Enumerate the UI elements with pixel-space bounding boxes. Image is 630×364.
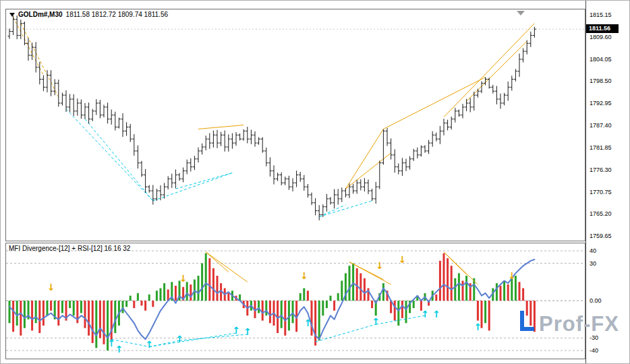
sell-arrow-icon: ↓: [399, 254, 407, 265]
indicator-name-label: MFI Divergence-[12] + RSI-[12] 16 16 32: [9, 245, 130, 252]
price-axis-label: 1798.50: [590, 78, 612, 84]
price-axis-label: 1815.15: [590, 11, 612, 18]
indicator-axis-label: 0.00: [590, 297, 602, 304]
buy-arrow-icon: ↑: [145, 339, 153, 350]
buy-arrow-icon: ↑: [175, 334, 183, 344]
buy-arrow-icon: ↑: [304, 317, 312, 328]
buy-arrow-icon: ↑: [432, 309, 440, 320]
chart-shift-marker-icon[interactable]: [517, 11, 525, 16]
price-axis-label: 1792.95: [590, 100, 612, 107]
current-price-badge: 1811.56: [586, 24, 619, 33]
buy-arrow-icon: ↑: [244, 326, 252, 337]
price-axis-label: 1765.20: [590, 210, 612, 217]
sell-arrow-icon: ↓: [47, 282, 55, 293]
chart-header: GOLDm#,M30 1811.58 1812.72 1809.74 1811.…: [9, 11, 168, 18]
prof-fx-logo-icon: [520, 311, 534, 331]
price-axis-label: 1787.40: [590, 122, 612, 129]
buy-arrow-icon: ↑: [107, 338, 115, 348]
price-axis-label: 1809.60: [590, 34, 612, 40]
watermark-text: Prof-FX: [539, 313, 619, 334]
indicator-axis-label: -40: [590, 347, 598, 354]
price-axis-label: 1804.05: [590, 56, 612, 63]
indicator-axis-label: 40: [590, 247, 596, 254]
sell-arrow-icon: ↓: [508, 270, 516, 281]
price-axis-label: 1770.75: [590, 189, 612, 195]
buy-arrow-icon: ↑: [115, 344, 123, 355]
buy-arrow-icon: ↑: [232, 325, 240, 336]
price-axis[interactable]: 1815.151809.601804.051798.501792.951787.…: [585, 1, 630, 363]
ohlc-values: 1811.58 1812.72 1809.74 1811.56: [66, 11, 168, 18]
price-chart-canvas[interactable]: [6, 9, 585, 241]
price-axis-label: 1776.30: [590, 166, 612, 173]
buy-arrow-icon: ↑: [372, 316, 380, 327]
price-bars: [8, 16, 536, 220]
divergence-lines: [13, 18, 535, 217]
indicator-canvas[interactable]: ↓↓↓↓↓↓↑↑↑↑↑↑↑↑↑↑↑: [6, 243, 585, 359]
price-axis-label: 1781.85: [590, 144, 612, 151]
price-axis-label: 1759.65: [590, 233, 612, 239]
indicator-pane[interactable]: ↓↓↓↓↓↓↑↑↑↑↑↑↑↑↑↑↑ MFI Divergence-[12] + …: [5, 243, 585, 359]
price-chart-pane[interactable]: GOLDm#,M30 1811.58 1812.72 1809.74 1811.…: [5, 9, 585, 241]
sell-arrow-icon: ↓: [300, 270, 308, 281]
symbol-period: GOLDm#,M30: [18, 11, 63, 18]
sell-arrow-icon: ↓: [376, 260, 384, 271]
mfi-histogram: [9, 253, 536, 351]
symbol-marker-icon: [9, 13, 15, 17]
sell-arrow-icon: ↓: [179, 273, 188, 284]
chart-window: GOLDm#,M30 1811.58 1812.72 1809.74 1811.…: [0, 0, 630, 364]
prof-fx-watermark: Prof-FX: [520, 311, 619, 334]
buy-arrow-icon: ↑: [474, 322, 482, 332]
buy-arrow-icon: ↑: [421, 309, 429, 320]
indicator-axis-label: 30: [590, 260, 596, 267]
